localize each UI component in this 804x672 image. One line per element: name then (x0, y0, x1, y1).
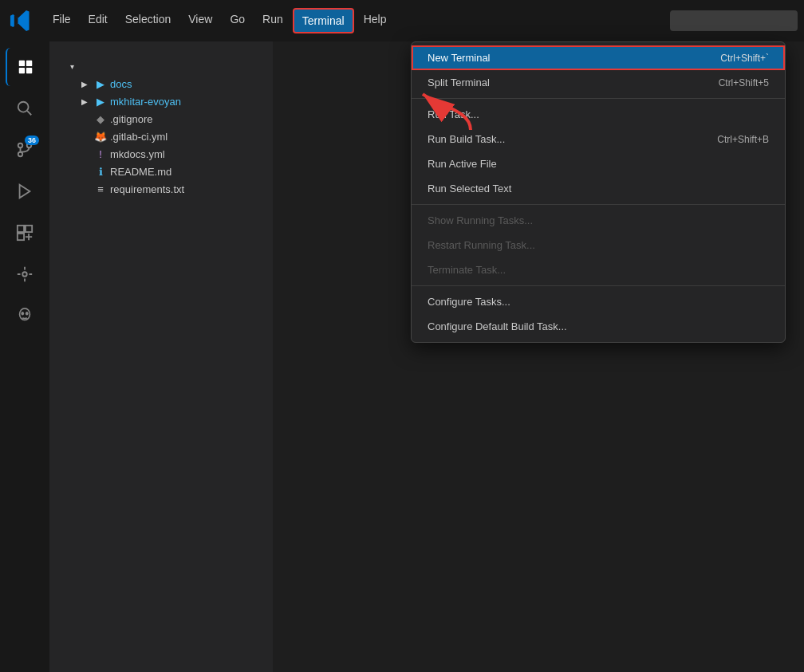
svg-point-16 (26, 312, 29, 316)
file-label-gitignore: .gitignore (110, 113, 266, 125)
file-label-docs: docs (110, 78, 266, 90)
activity-bar: 36 (0, 41, 49, 672)
svg-rect-1 (26, 61, 32, 66)
menu-item-go[interactable]: Go (222, 8, 253, 33)
svg-rect-3 (26, 68, 32, 73)
menu-item-configure-default-build[interactable]: Configure Default Build Task... (412, 314, 785, 339)
menu-item-run[interactable]: Run (254, 8, 291, 33)
file-icon-readme: ℹ (94, 165, 107, 178)
explorer-item-mkhitar-evoyan[interactable]: ▶ ▶ mkhitar-evoyan (49, 92, 273, 110)
svg-rect-2 (19, 68, 25, 73)
svg-point-4 (18, 102, 29, 112)
menu-label-show-running-tasks: Show Running Tasks... (428, 214, 533, 226)
file-icon-mkhitar-evoyan: ▶ (94, 95, 107, 108)
activity-icon-source-control[interactable]: 36 (6, 131, 44, 169)
svg-rect-10 (18, 226, 24, 232)
menu-item-selection[interactable]: Selection (117, 8, 179, 33)
explorer-item-mkdocs[interactable]: ! mkdocs.yml (49, 145, 273, 163)
menu-separator (412, 98, 785, 99)
menu-label-new-terminal: New Terminal (428, 52, 491, 64)
menu-item-configure-tasks[interactable]: Configure Tasks... (412, 289, 785, 314)
nav-buttons (613, 10, 660, 32)
activity-icon-remote[interactable] (6, 255, 44, 293)
explorer-items: ▶ ▶ docs ▶ ▶ mkhitar-evoyan ◆ .gitignore… (49, 75, 273, 198)
shortcut-new-terminal: Ctrl+Shift+` (720, 53, 769, 64)
menu-label-configure-tasks: Configure Tasks... (428, 296, 510, 308)
menu-item-terminal[interactable]: Terminal (293, 8, 354, 33)
explorer-item-requirements[interactable]: ≡ requirements.txt (49, 180, 273, 198)
menu-item-show-running-tasks: Show Running Tasks... (412, 208, 785, 233)
menu-item-file[interactable]: File (45, 8, 79, 33)
terminal-dropdown: New TerminalCtrl+Shift+`Split TerminalCt… (411, 41, 786, 343)
shortcut-split-terminal: Ctrl+Shift+5 (719, 77, 769, 88)
menu-separator (412, 285, 785, 286)
menu-label-run-selected-text: Run Selected Text (428, 183, 511, 195)
menu-label-configure-default-build: Configure Default Build Task... (428, 320, 567, 332)
nav-forward-button[interactable] (638, 10, 660, 32)
activity-icon-run-debug[interactable] (6, 172, 44, 210)
activity-icon-alien[interactable] (6, 297, 44, 335)
explorer-item-readme[interactable]: ℹ README.md (49, 163, 273, 180)
file-label-mkhitar-evoyan: mkhitar-evoyan (110, 96, 266, 108)
chevron-down-icon: ▾ (65, 60, 78, 73)
menu-label-run-task: Run Task... (428, 108, 479, 120)
svg-point-15 (21, 312, 24, 316)
menu-label-terminate-task: Terminate Task... (428, 264, 506, 276)
menu-separator (412, 204, 785, 205)
menu-item-help[interactable]: Help (356, 8, 395, 33)
svg-line-5 (27, 111, 31, 115)
file-label-mkdocs: mkdocs.yml (110, 148, 266, 160)
svg-rect-0 (19, 61, 25, 66)
search-bar[interactable] (670, 10, 798, 31)
sidebar: ▾ ▶ ▶ docs ▶ ▶ mkhitar-evoyan ◆ .gitigno… (49, 41, 273, 672)
shortcut-run-build-task: Ctrl+Shift+B (717, 134, 769, 145)
svg-rect-12 (18, 234, 24, 240)
menu-item-restart-running-task: Restart Running Task... (412, 233, 785, 257)
file-icon-mkdocs: ! (94, 147, 107, 160)
activity-icon-explorer[interactable] (6, 48, 44, 86)
menu-item-new-terminal[interactable]: New TerminalCtrl+Shift+` (412, 45, 785, 70)
file-icon-gitignore: ◆ (94, 112, 107, 125)
menu-items: FileEditSelectionViewGoRunTerminalHelp (45, 8, 394, 33)
explorer-item-docs[interactable]: ▶ ▶ docs (49, 75, 273, 92)
menu-label-split-terminal: Split Terminal (428, 77, 490, 88)
menu-item-split-terminal[interactable]: Split TerminalCtrl+Shift+5 (412, 70, 785, 95)
menu-label-restart-running-task: Restart Running Task... (428, 239, 535, 251)
menu-item-run-active-file[interactable]: Run Active File (412, 151, 785, 176)
file-icon-docs: ▶ (94, 77, 107, 90)
explorer-item-gitignore[interactable]: ◆ .gitignore (49, 110, 273, 128)
menu-item-run-task[interactable]: Run Task... (412, 102, 785, 127)
app-logo (6, 6, 35, 35)
menu-item-edit[interactable]: Edit (81, 8, 116, 33)
svg-marker-9 (20, 185, 30, 198)
menu-item-run-selected-text[interactable]: Run Selected Text (412, 176, 785, 201)
file-label-readme: README.md (110, 166, 266, 178)
file-icon-requirements: ≡ (94, 183, 107, 195)
menu-item-view[interactable]: View (180, 8, 220, 33)
menu-label-run-build-task: Run Build Task... (428, 133, 505, 145)
menu-label-run-active-file: Run Active File (428, 158, 497, 170)
activity-icon-extensions[interactable] (6, 214, 44, 252)
svg-point-13 (22, 272, 27, 277)
file-icon-gitlab-ci: 🦊 (94, 130, 107, 143)
badge-source-control: 36 (25, 136, 39, 145)
menu-item-run-build-task[interactable]: Run Build Task...Ctrl+Shift+B (412, 127, 785, 151)
svg-rect-11 (26, 226, 32, 232)
explorer-title (49, 41, 273, 57)
menubar: FileEditSelectionViewGoRunTerminalHelp (0, 0, 804, 41)
activity-icon-search[interactable] (6, 89, 44, 128)
nav-back-button[interactable] (613, 10, 635, 32)
explorer-item-gitlab-ci[interactable]: 🦊 .gitlab-ci.yml (49, 128, 273, 145)
chevron-icon: ▶ (78, 95, 91, 108)
chevron-icon: ▶ (78, 77, 91, 90)
file-label-gitlab-ci: .gitlab-ci.yml (110, 131, 266, 143)
menu-item-terminate-task: Terminate Task... (412, 257, 785, 282)
file-label-requirements: requirements.txt (110, 183, 266, 195)
svg-point-6 (18, 143, 23, 148)
root-folder-item[interactable]: ▾ (49, 57, 273, 75)
